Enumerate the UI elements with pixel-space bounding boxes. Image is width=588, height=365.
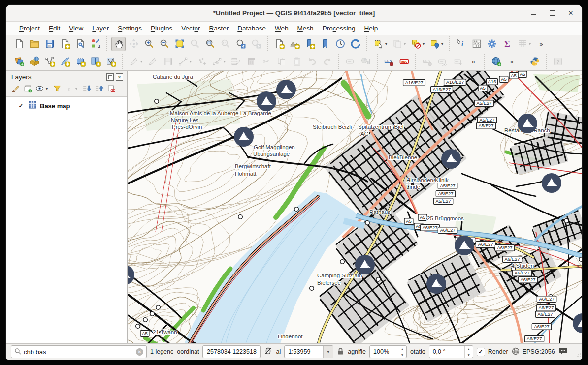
zoom-last-button[interactable]	[233, 37, 248, 51]
expand-all-button[interactable]	[81, 83, 92, 94]
project-save-button[interactable]	[42, 37, 57, 51]
extents-toggle-icon[interactable]	[264, 347, 272, 357]
render-checkbox[interactable]: ✓	[477, 348, 485, 356]
project-new-button[interactable]	[12, 37, 26, 51]
zoom-in-button[interactable]	[142, 37, 156, 51]
rotation-spinbox[interactable]: 0,0 ° ▲▼	[429, 345, 473, 358]
pan-map-button[interactable]	[111, 37, 126, 51]
select-features-button[interactable]	[371, 37, 386, 51]
layer-labeling-button: abc	[343, 55, 358, 69]
select-by-value-dropdown-icon[interactable]: ▾	[441, 42, 445, 46]
deselect-features-button[interactable]	[409, 37, 423, 51]
new-mesh-layer-button[interactable]	[73, 55, 87, 69]
svg-text:A6/E27: A6/E27	[526, 336, 542, 341]
svg-text:A5/E27: A5/E27	[476, 100, 491, 106]
filter-legend-button[interactable]	[52, 83, 63, 94]
log-messages-icon[interactable]	[558, 347, 568, 357]
zoom-out-button[interactable]	[157, 37, 171, 51]
new-vector-layer-button[interactable]	[103, 55, 118, 69]
processing-toolbox-button[interactable]	[485, 37, 499, 51]
show-layout-manager-button[interactable]	[73, 37, 87, 51]
deselect-features-dropdown-icon[interactable]: ▾	[423, 42, 426, 46]
locator-searchbox[interactable]: ✕	[11, 345, 147, 358]
remove-layer-button[interactable]	[106, 83, 117, 94]
new-spatialite-layer-button[interactable]	[58, 55, 72, 69]
layer-row-base-map[interactable]: ✓ Base map	[6, 97, 127, 113]
new-3d-map-view-button[interactable]	[287, 37, 301, 51]
highlight-labels-button[interactable]: abc	[397, 55, 411, 69]
menu-raster[interactable]: Raster	[205, 23, 233, 33]
road-shield: A16/E27	[431, 87, 453, 93]
scale-combobox[interactable]: 1:53959 ▼	[284, 345, 333, 358]
python-console-button[interactable]	[527, 55, 542, 69]
style-manager-button[interactable]: a	[88, 37, 102, 51]
label-overflow-button[interactable]: »	[466, 55, 480, 69]
layer-tree[interactable]: ✓ Base map	[6, 96, 127, 343]
menu-help[interactable]: Help	[359, 23, 382, 33]
resize-grip[interactable]	[576, 352, 581, 359]
menu-processing[interactable]: Processing	[318, 23, 360, 33]
titlebar[interactable]: *Untitled Project — QGIS 9f414fa29b5 [ve…	[6, 5, 582, 22]
menu-plugins[interactable]: Plugins	[146, 23, 177, 33]
select-by-value-button[interactable]	[427, 37, 442, 51]
identify-features-button[interactable]: i	[454, 37, 468, 51]
maximize-button[interactable]	[549, 10, 555, 17]
clear-search-icon[interactable]: ✕	[136, 348, 143, 356]
new-print-layout-button[interactable]	[58, 37, 72, 51]
show-statistics-button[interactable]: Σ	[500, 37, 514, 51]
layer-visibility-checkbox[interactable]: ✓	[17, 102, 25, 110]
menu-layer[interactable]: Layer	[88, 23, 113, 33]
menu-mesh[interactable]: Mesh	[293, 23, 318, 33]
toolbar-overflow-button[interactable]: »	[534, 37, 548, 51]
crs-status[interactable]: EPSG:2056	[512, 347, 555, 357]
new-geopackage-layer-button[interactable]	[27, 55, 41, 69]
open-attribute-table-button	[515, 37, 529, 51]
data-source-manager-button[interactable]	[12, 55, 26, 69]
pin-labels-button[interactable]: ab	[382, 55, 396, 69]
search-input[interactable]	[24, 348, 133, 356]
collapse-all-button[interactable]	[94, 83, 104, 94]
menu-settings[interactable]: Settings	[113, 23, 146, 33]
map-canvas[interactable]: A16/E27A16/E27A16/E27A5A16A5A5A5A5/E27A5…	[128, 71, 582, 343]
magnifier-spinbox[interactable]: 100% ▲▼	[369, 345, 407, 358]
manage-map-themes-dropdown-icon[interactable]: ▾	[46, 87, 50, 91]
close-panel-button[interactable]: ✕	[116, 73, 123, 81]
new-shapefile-layer-button[interactable]	[42, 55, 57, 69]
manage-map-themes-button[interactable]	[34, 83, 45, 94]
magnifier-spin-arrows[interactable]: ▲▼	[398, 346, 406, 358]
minimize-button[interactable]	[530, 10, 537, 17]
open-layer-styling-button[interactable]	[10, 83, 21, 94]
new-virtual-layer-button[interactable]	[88, 55, 102, 69]
lock-scale-icon[interactable]	[337, 347, 344, 357]
add-group-button[interactable]	[22, 83, 33, 94]
layer-name[interactable]: Base map	[40, 102, 70, 110]
temporal-controller-button[interactable]	[333, 37, 347, 51]
menu-project[interactable]: Project	[15, 23, 44, 33]
new-spatial-bookmark-button[interactable]	[302, 37, 317, 51]
menu-edit[interactable]: Edit	[44, 23, 65, 33]
toolbar-group-0	[8, 54, 119, 69]
select-features-dropdown-icon[interactable]: ▾	[385, 42, 389, 46]
project-open-button[interactable]	[27, 37, 41, 51]
new-map-view-button[interactable]	[272, 37, 286, 51]
web-overflow-button[interactable]: »	[504, 55, 519, 69]
coordinate-input[interactable]: 2578034 1223518	[202, 345, 261, 358]
close-button[interactable]: ✕	[567, 10, 574, 17]
map-label: Camping Sutz am	[317, 273, 362, 278]
zoom-native-icon: 1:1	[220, 38, 231, 49]
menu-database[interactable]: Database	[233, 23, 270, 33]
file-icon	[14, 38, 25, 49]
zoom-to-layer-button[interactable]	[203, 37, 217, 51]
rotation-spin-arrows[interactable]: ▲▼	[464, 346, 473, 358]
show-bookmarks-button[interactable]	[318, 37, 332, 51]
menu-web[interactable]: Web	[270, 23, 293, 33]
menu-view[interactable]: View	[65, 23, 88, 33]
render-toggle[interactable]: ✓ Render	[477, 348, 508, 356]
float-panel-button[interactable]	[106, 73, 114, 81]
refresh-button[interactable]	[348, 37, 362, 51]
menu-vector[interactable]: Vector	[177, 23, 204, 33]
zoom-full-button[interactable]	[172, 37, 187, 51]
scale-dropdown-icon[interactable]: ▼	[323, 346, 333, 358]
metasearch-button[interactable]	[489, 55, 503, 69]
statistical-summary-button[interactable]	[469, 37, 484, 51]
